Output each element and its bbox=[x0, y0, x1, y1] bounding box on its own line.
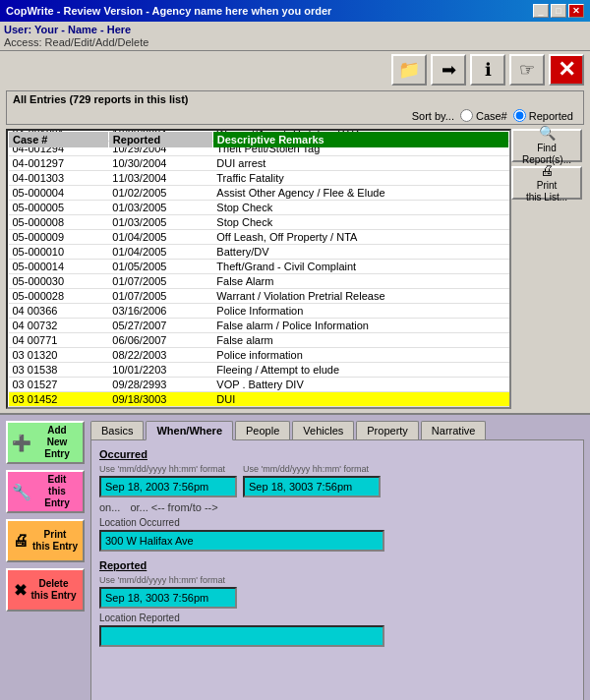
occurred-hint2: Use 'mm/dd/yyyy hh:mm' format bbox=[243, 464, 381, 474]
tab-when-where[interactable]: When/Where bbox=[146, 421, 233, 440]
occurred-section: Occurred Use 'mm/dd/yyyy hh:mm' format U… bbox=[99, 448, 575, 552]
cell-reported: 01/05/2005 bbox=[108, 260, 212, 274]
table-row[interactable]: 04-00130311/03/2004Traffic Fatality bbox=[9, 171, 509, 186]
cell-reported: 05/27/2007 bbox=[108, 319, 212, 333]
occurred-or-label: or... <-- from/to --> bbox=[130, 501, 217, 513]
entries-section: All Entries (729 reports in this list) S… bbox=[6, 90, 584, 125]
table-row[interactable]: 03 0153810/01/2203Fleeing / Attempt to e… bbox=[9, 363, 509, 378]
cell-reported: 09/28/2993 bbox=[108, 378, 212, 392]
cell-remarks: Assist Other Agency / Flee & Elude bbox=[212, 186, 508, 201]
table-row[interactable]: 05-00000901/04/2005Off Leash, Off Proper… bbox=[9, 230, 509, 245]
occurred-date2-input[interactable] bbox=[243, 476, 381, 497]
table-row[interactable]: 04 0073205/27/2007False alarm / Police I… bbox=[9, 319, 509, 333]
table-row[interactable]: 04 0077106/06/2007False alarm bbox=[9, 333, 509, 348]
close-btn[interactable]: ✕ bbox=[568, 4, 584, 18]
table-row[interactable]: 04-00129710/30/2004DUI arrest bbox=[9, 156, 509, 171]
cell-case: 05-000010 bbox=[9, 245, 109, 260]
table-row[interactable]: 03 0152709/28/2993VOP . Battery DIV bbox=[9, 378, 509, 392]
cell-case: 04 00732 bbox=[9, 319, 109, 333]
occurred-hint1: Use 'mm/dd/yyyy hh:mm' format bbox=[99, 464, 237, 474]
cell-remarks: Warrant / Violation Pretrial Release bbox=[212, 289, 508, 304]
location-occurred-input[interactable] bbox=[99, 530, 384, 552]
col-reported: Reported bbox=[108, 131, 212, 147]
tab-narrative[interactable]: Narrative bbox=[421, 421, 487, 440]
sort-case-text: Case# bbox=[476, 110, 507, 122]
add-entry-btn[interactable]: ➕ AddNew Entry bbox=[6, 421, 85, 464]
edit-entry-btn[interactable]: 🔧 Editthis Entry bbox=[6, 470, 85, 513]
cell-reported: 10/30/2004 bbox=[108, 156, 212, 171]
cell-reported: 11/03/2004 bbox=[108, 171, 212, 186]
table-row[interactable]: 05-00000501/03/2005Stop Check bbox=[9, 201, 509, 215]
col-case: Case # bbox=[9, 131, 109, 147]
user-line: User: Your - Name - Here bbox=[4, 24, 586, 35]
cell-remarks: Police Information bbox=[212, 304, 508, 319]
location-reported-input[interactable] bbox=[99, 625, 384, 647]
sort-case-radio[interactable] bbox=[460, 109, 473, 122]
cell-reported: 01/03/2005 bbox=[108, 215, 212, 230]
window-titlebar: CopWrite - Review Version - Agency name … bbox=[0, 0, 590, 22]
cell-remarks: DUI arrest bbox=[212, 156, 508, 171]
hand-btn[interactable]: ☞ bbox=[509, 54, 545, 86]
location-reported-label: Location Reported bbox=[99, 612, 575, 623]
cell-remarks: DUI bbox=[212, 392, 508, 407]
table-wrapper[interactable]: Case # Reported Descriptive Remarks 04-0… bbox=[6, 129, 511, 409]
tab-property[interactable]: Property bbox=[356, 421, 419, 440]
tab-people[interactable]: People bbox=[235, 421, 290, 440]
plus-icon: ➕ bbox=[12, 434, 31, 452]
sort-reported-radio[interactable] bbox=[513, 109, 526, 122]
table-row[interactable]: 05-00003001/07/2005False Alarm bbox=[9, 274, 509, 289]
menubar: User: Your - Name - Here Access: Read/Ed… bbox=[0, 22, 590, 51]
table-row[interactable]: 03 0145209/18/3003DUI bbox=[9, 392, 509, 407]
entries-table: Case # Reported Descriptive Remarks 04-0… bbox=[8, 129, 509, 407]
table-row[interactable]: 05-00000801/03/2005Stop Check bbox=[9, 215, 509, 230]
reported-hint: Use 'mm/dd/yyyy hh:mm' format bbox=[99, 575, 237, 585]
minimize-btn[interactable]: _ bbox=[533, 4, 549, 18]
cell-reported: 01/07/2005 bbox=[108, 274, 212, 289]
arrow-btn[interactable]: ➡ bbox=[431, 54, 466, 86]
cell-reported: 09/18/3003 bbox=[108, 392, 212, 407]
access-line: Access: Read/Edit/Add/Delete bbox=[4, 36, 586, 48]
cell-reported: 03/16/2006 bbox=[108, 304, 212, 319]
table-row[interactable]: 05-00001001/04/2005Battery/DV bbox=[9, 245, 509, 260]
table-row[interactable]: 05-00001401/05/2005Theft/Grand - Civil C… bbox=[9, 260, 509, 274]
toolbar: 📁 ➡ ℹ ☞ ✕ bbox=[0, 51, 590, 88]
occurred-date1-input[interactable] bbox=[99, 476, 237, 497]
reported-date-input[interactable] bbox=[99, 587, 237, 609]
cell-remarks: Police information bbox=[212, 348, 508, 363]
edit-btn-label: Editthis Entry bbox=[35, 474, 79, 509]
window-title: CopWrite - Review Version - Agency name … bbox=[6, 5, 331, 17]
cell-remarks: Stop Check bbox=[212, 215, 508, 230]
delete-btn-label: Deletethis Entry bbox=[30, 578, 76, 602]
tabs-area: Basics When/Where People Vehicles Proper… bbox=[90, 421, 584, 700]
cell-remarks: Battery/DV bbox=[212, 245, 508, 260]
maximize-btn[interactable]: □ bbox=[551, 4, 566, 18]
location-occurred-group: Location Occurred bbox=[99, 517, 575, 552]
sort-case-label[interactable]: Case# bbox=[460, 109, 507, 122]
reported-row1: Use 'mm/dd/yyyy hh:mm' format bbox=[99, 575, 575, 609]
table-row[interactable]: 03 0132008/22/2003Police information bbox=[9, 348, 509, 363]
delete-entry-btn[interactable]: ✖ Deletethis Entry bbox=[6, 568, 85, 612]
cell-case: 05-000014 bbox=[9, 260, 109, 274]
table-row[interactable]: 05-00000401/02/2005Assist Other Agency /… bbox=[9, 186, 509, 201]
find-reports-btn[interactable]: 🔍 FindReport(s)... bbox=[511, 129, 582, 162]
print-entry-label: Printthis Entry bbox=[32, 529, 78, 553]
cell-reported: 01/02/2005 bbox=[108, 186, 212, 201]
table-row[interactable]: 05-00002801/07/2005Warrant / Violation P… bbox=[9, 289, 509, 304]
cell-remarks: False alarm bbox=[212, 333, 508, 348]
reported-title: Reported bbox=[99, 559, 575, 571]
cell-remarks: False alarm / Police Information bbox=[212, 319, 508, 333]
table-row[interactable]: 04 0036603/16/2006Police Information bbox=[9, 304, 509, 319]
info-btn[interactable]: ℹ bbox=[470, 54, 505, 86]
cell-case: 05-000028 bbox=[9, 289, 109, 304]
print-entry-btn[interactable]: 🖨 Printthis Entry bbox=[6, 519, 85, 562]
cell-reported: 01/03/2005 bbox=[108, 201, 212, 215]
cell-remarks: Theft/Grand - Civil Complaint bbox=[212, 260, 508, 274]
print-list-btn[interactable]: 🖨 Printthis List... bbox=[511, 166, 582, 200]
close-toolbar-btn[interactable]: ✕ bbox=[549, 54, 584, 86]
cell-case: 05-000004 bbox=[9, 186, 109, 201]
folder-btn[interactable]: 📁 bbox=[391, 54, 427, 86]
cell-remarks: Stop Check bbox=[212, 201, 508, 215]
tab-vehicles[interactable]: Vehicles bbox=[292, 421, 354, 440]
sort-reported-label[interactable]: Reported bbox=[513, 109, 573, 122]
tab-basics[interactable]: Basics bbox=[90, 421, 144, 440]
